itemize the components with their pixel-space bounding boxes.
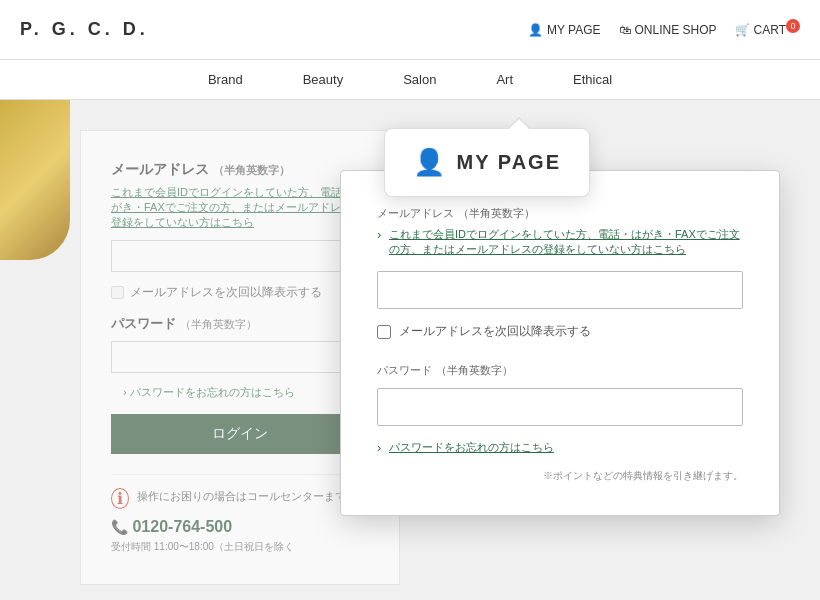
cart-icon: 🛒 — [735, 23, 750, 37]
modal-password-link[interactable]: パスワードをお忘れの方はこちら — [377, 440, 743, 455]
bg-checkbox-row: メールアドレスを次回以降表示する — [111, 284, 369, 301]
online-shop-link[interactable]: 🛍 ONLINE SHOP — [619, 23, 717, 37]
nav-item-salon[interactable]: Salon — [403, 72, 436, 87]
nav: Brand Beauty Salon Art Ethical — [0, 60, 820, 100]
mypage-link[interactable]: 👤 MY PAGE — [528, 23, 601, 37]
modal-password-label: パスワード （半角英数字） — [377, 360, 743, 378]
modal-email-label: メールアドレス （半角英数字） — [377, 203, 743, 221]
cart-link[interactable]: 🛒 CART 0 — [735, 23, 800, 37]
bg-password-link: › パスワードをお忘れの方はこちら — [111, 385, 369, 400]
bg-hours: 受付時間 11:00〜18:00（土日祝日を除く — [111, 540, 369, 554]
nav-item-ethical[interactable]: Ethical — [573, 72, 612, 87]
modal-register-link[interactable]: これまで会員IDでログインをしていた方、電話・はがき・FAXでご注文の方、または… — [377, 227, 743, 257]
bg-support-info: 操作にお困りの場合はコールセンターまで — [111, 474, 369, 508]
bg-remember-checkbox — [111, 286, 124, 299]
nav-item-art[interactable]: Art — [496, 72, 513, 87]
modal-remember-label: メールアドレスを次回以降表示する — [399, 323, 591, 340]
shop-label: ONLINE SHOP — [635, 23, 717, 37]
modal-password-input[interactable] — [377, 388, 743, 426]
modal-remember-row: メールアドレスを次回以降表示する — [377, 323, 743, 340]
logo: P. G. C. D. — [20, 19, 149, 40]
cart-badge: 0 — [786, 19, 800, 33]
login-modal: メールアドレス （半角英数字） これまで会員IDでログインをしていた方、電話・は… — [340, 170, 780, 516]
phone-icon — [111, 518, 128, 535]
modal-email-input[interactable] — [377, 271, 743, 309]
bg-email-input — [111, 240, 369, 272]
mypage-icon: 👤 — [528, 23, 543, 37]
register-link-text[interactable]: これまで会員IDでログインをしていた方、電話・はがき・FAXでご注文の方、または… — [389, 228, 740, 255]
bg-password-input — [111, 341, 369, 373]
gold-decor — [0, 100, 70, 260]
bg-email-label: メールアドレス （半角英数字） — [111, 161, 369, 179]
info-icon — [111, 489, 129, 508]
modal-footer-note: ※ポイントなどの特典情報を引き継げます。 — [377, 469, 743, 483]
header: P. G. C. D. 👤 MY PAGE 🛍 ONLINE SHOP 🛒 CA… — [0, 0, 820, 60]
bg-link: これまで会員IDでログインをしていた方、電話・はがき・FAXでご注文の方、または… — [111, 185, 369, 230]
nav-item-beauty[interactable]: Beauty — [303, 72, 343, 87]
nav-item-brand[interactable]: Brand — [208, 72, 243, 87]
cart-label: CART — [754, 23, 786, 37]
forgot-password-link[interactable]: パスワードをお忘れの方はこちら — [389, 441, 554, 453]
mypage-popup-label: MY PAGE — [457, 151, 561, 174]
mypage-popup-icon: 👤 — [413, 147, 445, 178]
shop-icon: 🛍 — [619, 23, 631, 37]
modal-remember-checkbox[interactable] — [377, 325, 391, 339]
main-content: メールアドレス （半角英数字） これまで会員IDでログインをしていた方、電話・は… — [0, 100, 820, 600]
bg-support-text: 操作にお困りの場合はコールセンターまで — [137, 489, 346, 504]
mypage-popup: 👤 MY PAGE — [384, 128, 590, 197]
header-right: 👤 MY PAGE 🛍 ONLINE SHOP 🛒 CART 0 — [528, 23, 800, 37]
mypage-label: MY PAGE — [547, 23, 601, 37]
bg-login-button: ログイン — [111, 414, 369, 454]
bg-remember-label: メールアドレスを次回以降表示する — [130, 284, 322, 301]
bg-password-label: パスワード （半角英数字） — [111, 315, 369, 333]
bg-phone: 0120-764-500 — [111, 518, 369, 536]
